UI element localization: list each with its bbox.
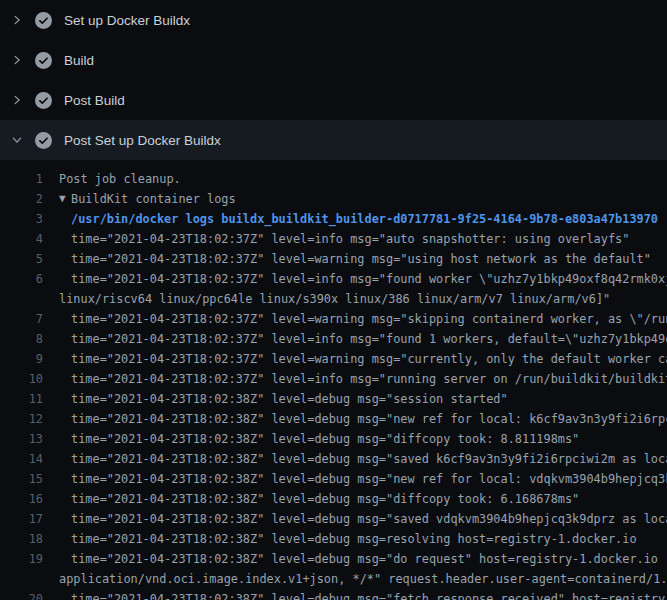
log-line: linux/riscv64 linux/ppc64le linux/s390x … — [0, 289, 667, 309]
log-line-text: time="2021-04-23T18:02:38Z" level=debug … — [43, 489, 579, 509]
log-line-number[interactable]: 18 — [0, 529, 43, 549]
log-line-number — [0, 569, 43, 589]
step-header-set-up-docker-buildx[interactable]: Set up Docker Buildx — [0, 0, 667, 40]
log-line-number[interactable]: 13 — [0, 429, 43, 449]
check-circle-icon — [35, 132, 52, 149]
log-line-number[interactable]: 10 — [0, 369, 43, 389]
log-line-number[interactable]: 14 — [0, 449, 43, 469]
log-line: 18time="2021-04-23T18:02:38Z" level=debu… — [0, 529, 667, 549]
log-line: 20time="2021-04-23T18:02:38Z" level=debu… — [0, 589, 667, 600]
log-line: application/vnd.oci.image.index.v1+json,… — [0, 569, 667, 589]
log-line-text: application/vnd.oci.image.index.v1+json,… — [43, 569, 667, 589]
step-header-build[interactable]: Build — [0, 40, 667, 80]
log-line-text: time="2021-04-23T18:02:38Z" level=debug … — [43, 429, 579, 449]
step-header-post-set-up-docker-buildx[interactable]: Post Set up Docker Buildx — [0, 120, 667, 160]
log-line-number[interactable]: 7 — [0, 309, 43, 329]
log-line: 15time="2021-04-23T18:02:38Z" level=debu… — [0, 469, 667, 489]
log-line: 1Post job cleanup. — [0, 169, 667, 189]
log-line: 14time="2021-04-23T18:02:38Z" level=debu… — [0, 449, 667, 469]
chevron-right-icon — [10, 92, 23, 108]
log-line-number — [0, 289, 43, 309]
chevron-right-icon — [10, 52, 23, 68]
log-line: 2▼BuildKit container logs — [0, 189, 667, 209]
log-line-text: time="2021-04-23T18:02:38Z" level=debug … — [43, 589, 667, 600]
log-line-text: linux/riscv64 linux/ppc64le linux/s390x … — [43, 289, 610, 309]
log-line: 4time="2021-04-23T18:02:37Z" level=info … — [0, 229, 667, 249]
log-line: 17time="2021-04-23T18:02:38Z" level=debu… — [0, 509, 667, 529]
log-group-header[interactable]: ▼BuildKit container logs — [43, 189, 236, 209]
log-line-number[interactable]: 5 — [0, 249, 43, 269]
log-line-number[interactable]: 11 — [0, 389, 43, 409]
steps-list: Set up Docker BuildxBuildPost BuildPost … — [0, 0, 667, 160]
log-line-text: time="2021-04-23T18:02:37Z" level=info m… — [43, 229, 629, 249]
log-line-text: time="2021-04-23T18:02:38Z" level=debug … — [43, 449, 667, 469]
log-line: 12time="2021-04-23T18:02:38Z" level=debu… — [0, 409, 667, 429]
chevron-right-icon — [10, 12, 23, 28]
log-line-text: time="2021-04-23T18:02:38Z" level=debug … — [43, 469, 667, 489]
log-line-number[interactable]: 9 — [0, 349, 43, 369]
check-circle-icon — [35, 52, 52, 69]
log-line-number[interactable]: 15 — [0, 469, 43, 489]
log-line-text: time="2021-04-23T18:02:37Z" level=info m… — [43, 369, 667, 389]
log-line: 19time="2021-04-23T18:02:38Z" level=debu… — [0, 549, 667, 569]
log-line: 6time="2021-04-23T18:02:37Z" level=info … — [0, 269, 667, 289]
log-line: 5time="2021-04-23T18:02:37Z" level=warni… — [0, 249, 667, 269]
log-line: 16time="2021-04-23T18:02:38Z" level=debu… — [0, 489, 667, 509]
log-line-number[interactable]: 4 — [0, 229, 43, 249]
log-line-text: time="2021-04-23T18:02:38Z" level=debug … — [43, 389, 508, 409]
log-command-text: /usr/bin/docker logs buildx_buildkit_bui… — [43, 209, 658, 229]
log-line: 10time="2021-04-23T18:02:37Z" level=info… — [0, 369, 667, 389]
step-title: Set up Docker Buildx — [64, 13, 190, 28]
check-circle-icon — [35, 12, 52, 29]
chevron-down-icon — [10, 132, 23, 148]
log-line-text: time="2021-04-23T18:02:37Z" level=info m… — [43, 269, 667, 289]
step-header-post-build[interactable]: Post Build — [0, 80, 667, 120]
log-line-number[interactable]: 12 — [0, 409, 43, 429]
log-line-text: time="2021-04-23T18:02:37Z" level=info m… — [43, 329, 667, 349]
log-line: 11time="2021-04-23T18:02:38Z" level=debu… — [0, 389, 667, 409]
log-line-text: time="2021-04-23T18:02:37Z" level=warnin… — [43, 249, 651, 269]
log-line-number[interactable]: 20 — [0, 589, 43, 600]
step-title: Post Build — [64, 93, 125, 108]
log-line-number[interactable]: 17 — [0, 509, 43, 529]
log-line: 9time="2021-04-23T18:02:37Z" level=warni… — [0, 349, 667, 369]
step-title: Build — [64, 53, 94, 68]
log-line-text: time="2021-04-23T18:02:37Z" level=warnin… — [43, 309, 667, 329]
log-line-number[interactable]: 2 — [0, 189, 43, 209]
group-expanded-triangle-icon: ▼ — [59, 189, 71, 209]
step-title: Post Set up Docker Buildx — [64, 133, 221, 148]
log-line-number[interactable]: 8 — [0, 329, 43, 349]
log-line-number[interactable]: 3 — [0, 209, 43, 229]
check-circle-icon — [35, 92, 52, 109]
log-line-text: time="2021-04-23T18:02:38Z" level=debug … — [43, 549, 667, 569]
log-line-number[interactable]: 1 — [0, 169, 43, 189]
log-line-text: time="2021-04-23T18:02:38Z" level=debug … — [43, 509, 667, 529]
log-line-text: time="2021-04-23T18:02:38Z" level=debug … — [43, 529, 637, 549]
log-line: 8time="2021-04-23T18:02:37Z" level=info … — [0, 329, 667, 349]
log-line-text: time="2021-04-23T18:02:37Z" level=warnin… — [43, 349, 667, 369]
log-line-number[interactable]: 16 — [0, 489, 43, 509]
log-group-title: BuildKit container logs — [71, 192, 236, 206]
log-line: 3/usr/bin/docker logs buildx_buildkit_bu… — [0, 209, 667, 229]
log-area: 1Post job cleanup.2▼BuildKit container l… — [0, 160, 667, 600]
log-line: 7time="2021-04-23T18:02:37Z" level=warni… — [0, 309, 667, 329]
log-line-text: Post job cleanup. — [43, 169, 181, 189]
log-line-number[interactable]: 6 — [0, 269, 43, 289]
log-line-text: time="2021-04-23T18:02:38Z" level=debug … — [43, 409, 667, 429]
log-line-number[interactable]: 19 — [0, 549, 43, 569]
log-line: 13time="2021-04-23T18:02:38Z" level=debu… — [0, 429, 667, 449]
